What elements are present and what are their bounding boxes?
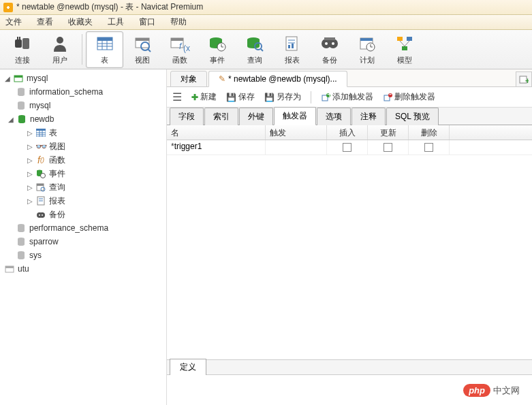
subtab-triggers[interactable]: 触发器 bbox=[274, 107, 316, 125]
subtab-comment[interactable]: 注释 bbox=[351, 108, 386, 125]
expand-icon[interactable]: ▷ bbox=[26, 184, 33, 191]
col-name[interactable]: 名 bbox=[167, 125, 266, 140]
subtab-fields[interactable]: 字段 bbox=[170, 108, 204, 125]
subtab-foreignkeys[interactable]: 外键 bbox=[239, 108, 273, 125]
expand-icon[interactable]: ▷ bbox=[26, 129, 33, 137]
subtab-indexes[interactable]: 索引 bbox=[204, 108, 238, 125]
expand-icon[interactable]: ▷ bbox=[26, 170, 33, 178]
tool-table[interactable]: 表 bbox=[86, 31, 123, 68]
expand-icon[interactable]: ▷ bbox=[26, 197, 33, 205]
menu-favorites[interactable]: 收藏夹 bbox=[68, 16, 93, 28]
checkbox[interactable] bbox=[424, 143, 433, 152]
action-new[interactable]: ✚新建 bbox=[191, 91, 217, 103]
expand-icon[interactable]: ▷ bbox=[26, 143, 33, 150]
svg-text:+: + bbox=[525, 76, 529, 84]
trigger-grid[interactable]: 名 触发 插入 更新 删除 *trigger1 bbox=[167, 125, 532, 359]
col-trigger[interactable]: 触发 bbox=[266, 125, 327, 140]
tree-root-mysql[interactable]: ◢ mysql bbox=[0, 71, 166, 85]
definition-tabs: 定义 bbox=[167, 359, 532, 374]
svg-rect-16 bbox=[171, 38, 183, 41]
tool-connection[interactable]: 连接 bbox=[3, 31, 41, 68]
svg-line-44 bbox=[400, 41, 405, 46]
tree-events[interactable]: ▷ 事件 bbox=[0, 167, 166, 180]
tree-db-sparrow[interactable]: sparrow bbox=[0, 235, 166, 248]
action-saveas[interactable]: 💾另存为 bbox=[264, 91, 301, 103]
content-area: 对象 ✎ * newtable @newdb (mysql)... + ☰ ✚新… bbox=[167, 69, 532, 405]
user-icon bbox=[50, 33, 70, 54]
menu-help[interactable]: 帮助 bbox=[170, 16, 187, 28]
action-add-trigger[interactable]: +添加触发器 bbox=[321, 91, 373, 103]
col-insert[interactable]: 插入 bbox=[327, 125, 368, 140]
col-update[interactable]: 更新 bbox=[368, 125, 409, 140]
table-row[interactable]: *trigger1 bbox=[167, 140, 532, 155]
hamburger-icon[interactable]: ☰ bbox=[172, 91, 182, 103]
connection-icon bbox=[3, 263, 16, 274]
cell-delete[interactable] bbox=[409, 140, 450, 155]
plus-icon: ✚ bbox=[191, 93, 198, 102]
tree-db-newdb[interactable]: ◢ newdb bbox=[0, 112, 166, 126]
svg-point-58 bbox=[41, 174, 46, 178]
plug-icon bbox=[12, 33, 33, 54]
cell-name[interactable]: *trigger1 bbox=[167, 140, 266, 155]
expand-icon[interactable]: ▷ bbox=[26, 157, 33, 164]
window-title: * newtable @newdb (mysql) - 表 - Navicat … bbox=[16, 1, 529, 13]
saveas-icon: 💾 bbox=[264, 93, 275, 102]
tool-function[interactable]: f(x) 函数 bbox=[161, 31, 198, 68]
menu-tools[interactable]: 工具 bbox=[108, 16, 124, 28]
tree-backups[interactable]: ▷ 备份 bbox=[0, 208, 166, 221]
tool-query[interactable]: 查询 bbox=[236, 31, 273, 68]
tool-backup[interactable]: 备份 bbox=[311, 31, 348, 68]
save-icon: 💾 bbox=[226, 93, 236, 102]
svg-line-45 bbox=[405, 41, 409, 46]
svg-point-67 bbox=[39, 214, 40, 216]
add-tab-button[interactable]: + bbox=[516, 71, 532, 86]
tool-view[interactable]: 视图 bbox=[123, 31, 161, 68]
tab-objects[interactable]: 对象 bbox=[170, 71, 207, 87]
add-field-icon: + bbox=[321, 93, 330, 102]
cell-insert[interactable] bbox=[327, 140, 368, 155]
tree-tables[interactable]: ▷ 表 bbox=[0, 126, 166, 140]
tree-db-sys[interactable]: sys bbox=[0, 248, 166, 262]
tree-views[interactable]: ▷ 👓 视图 bbox=[0, 140, 166, 153]
action-del-trigger[interactable]: -删除触发器 bbox=[383, 91, 435, 103]
collapse-icon[interactable]: ◢ bbox=[3, 75, 11, 82]
subtab-options[interactable]: 选项 bbox=[317, 108, 351, 125]
fx-icon: f() bbox=[35, 155, 47, 165]
cell-trigger[interactable] bbox=[266, 140, 327, 155]
svg-rect-29 bbox=[288, 45, 290, 48]
checkbox[interactable] bbox=[384, 143, 392, 152]
tree-functions[interactable]: ▷ f() 函数 bbox=[0, 153, 166, 167]
subtab-sqlpreview[interactable]: SQL 预览 bbox=[386, 108, 439, 125]
action-save[interactable]: 💾保存 bbox=[226, 91, 255, 103]
col-delete[interactable]: 删除 bbox=[409, 125, 450, 140]
database-icon bbox=[15, 250, 27, 261]
svg-line-14 bbox=[148, 49, 151, 52]
tool-report[interactable]: 报表 bbox=[273, 31, 311, 68]
tool-user[interactable]: 用户 bbox=[41, 31, 78, 68]
svg-rect-1 bbox=[22, 38, 29, 49]
tool-schedule[interactable]: 计划 bbox=[348, 31, 386, 68]
tab-newtable[interactable]: ✎ * newtable @newdb (mysql)... bbox=[208, 71, 347, 87]
checkbox[interactable] bbox=[343, 143, 351, 152]
table-icon bbox=[95, 33, 115, 54]
svg-rect-52 bbox=[36, 129, 46, 131]
tree-db-information-schema[interactable]: information_schema bbox=[0, 85, 166, 99]
tree-queries[interactable]: ▷ 查询 bbox=[0, 180, 166, 194]
connection-icon bbox=[12, 73, 25, 84]
tree-db-mysql[interactable]: mysql bbox=[0, 99, 166, 112]
tree-root-utu[interactable]: utu bbox=[0, 262, 166, 276]
collapse-icon[interactable]: ◢ bbox=[7, 116, 14, 123]
tree-reports[interactable]: ▷ 报表 bbox=[0, 194, 166, 208]
deftab-definition[interactable]: 定义 bbox=[170, 359, 206, 375]
svg-rect-37 bbox=[360, 38, 373, 41]
menu-view[interactable]: 查看 bbox=[37, 16, 53, 28]
menu-file[interactable]: 文件 bbox=[5, 16, 22, 28]
sidebar-tree[interactable]: ◢ mysql information_schema mysql ◢ newdb… bbox=[0, 69, 167, 405]
app-icon bbox=[3, 3, 13, 12]
cell-update[interactable] bbox=[368, 140, 409, 155]
menu-window[interactable]: 窗口 bbox=[139, 16, 155, 28]
tool-model[interactable]: 模型 bbox=[386, 31, 423, 68]
svg-rect-47 bbox=[14, 76, 22, 78]
tree-db-performance-schema[interactable]: performance_schema bbox=[0, 221, 166, 235]
tool-event[interactable]: 事件 bbox=[198, 31, 236, 68]
